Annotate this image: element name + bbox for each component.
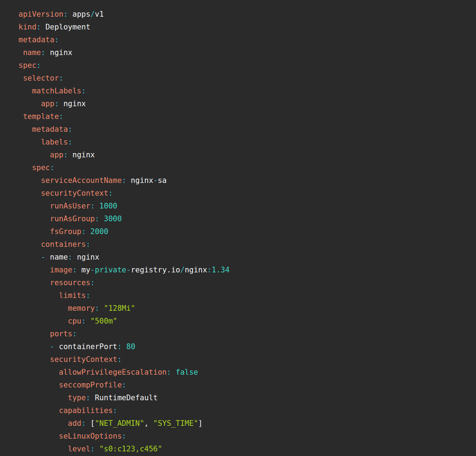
code-token: 1.34 [212, 266, 230, 274]
code-token: : [207, 266, 212, 274]
code-line: runAsGroup: 3000 [18, 212, 469, 225]
code-token: - [90, 266, 95, 274]
code-token: capabilities [59, 406, 113, 415]
code-token: : [86, 393, 91, 402]
code-token: nginx [126, 176, 153, 185]
code-line: add: ["NET_ADMIN", "SYS_TIME"] [18, 417, 469, 430]
code-token: 2000 [86, 227, 108, 236]
code-token: : [72, 266, 77, 274]
code-token: : [167, 368, 171, 376]
code-token: runAsUser [50, 202, 91, 210]
code-token: : [113, 406, 118, 415]
code-token: : [37, 23, 41, 31]
code-token: containers [41, 240, 86, 249]
code-token: : [59, 112, 64, 121]
code-line: metadata: [18, 33, 469, 46]
code-token: metadata [18, 36, 54, 44]
code-token: app [41, 99, 54, 108]
code-token: resources [50, 278, 91, 287]
code-token: : [54, 36, 59, 44]
code-token: fsGroup [50, 227, 82, 236]
code-token: seLinuxOptions [59, 432, 122, 440]
code-token: nginx [59, 99, 86, 108]
code-token: : [54, 99, 59, 108]
code-token: : [59, 74, 64, 82]
code-token: type [68, 393, 86, 402]
code-token: RuntimeDefault [90, 393, 158, 402]
code-token: : [81, 317, 86, 325]
code-line: metadata: [18, 123, 469, 136]
code-line: app: nginx [18, 148, 469, 161]
code-token: 1000 [95, 202, 117, 210]
code-token: : [72, 330, 77, 338]
code-line: memory: "128Mi" [18, 302, 469, 315]
code-token: allowPrivilegeEscalation [59, 368, 167, 376]
code-token: memory [68, 304, 95, 313]
code-line: image: my-private-registry.io/nginx:1.34 [18, 264, 469, 276]
code-line: type: RuntimeDefault [18, 391, 469, 404]
code-line: containers: [18, 238, 469, 251]
code-token: sa [158, 176, 167, 185]
code-token: serviceAccountName [41, 176, 122, 185]
code-token: level [68, 445, 90, 453]
code-token: labels [41, 138, 68, 146]
code-token: app [50, 151, 64, 159]
code-line: spec: [18, 59, 469, 72]
code-line: app: nginx [18, 97, 469, 110]
code-line: securityContext: [18, 353, 469, 366]
code-token: [ [86, 419, 95, 428]
code-token: : [37, 61, 41, 70]
code-token: add [68, 419, 81, 428]
code-token: - [153, 176, 158, 185]
code-token: : [63, 10, 68, 18]
code-token: : [95, 215, 99, 223]
code-token: : [41, 48, 45, 57]
code-token: ] [198, 419, 203, 428]
code-token: : [90, 278, 95, 287]
code-token: : [81, 227, 86, 236]
code-token: : [117, 355, 122, 364]
code-token: 3000 [99, 215, 122, 223]
yaml-code: apiVersion: apps/v1kind: Deploymentmetad… [18, 8, 469, 455]
code-line: - name: nginx [18, 251, 469, 264]
code-token: nginx [185, 266, 207, 274]
code-token: - [41, 253, 50, 261]
code-token: kind [18, 23, 37, 31]
code-token: spec [32, 163, 50, 172]
code-token: : [81, 87, 86, 95]
code-line: seLinuxOptions: [18, 430, 469, 443]
code-token: false [171, 368, 198, 376]
code-line: serviceAccountName: nginx-sa [18, 174, 469, 187]
code-line: apiVersion: apps/v1 [18, 8, 469, 21]
code-token: nginx [45, 48, 72, 57]
code-token: metadata [32, 125, 68, 134]
code-token: apps [68, 10, 90, 18]
code-line: matchLabels: [18, 85, 469, 97]
code-token: template [23, 112, 59, 121]
code-token: ports [50, 330, 72, 338]
code-token: private [95, 266, 126, 274]
code-token: name [50, 253, 68, 261]
code-line: template: [18, 110, 469, 123]
code-token: my [77, 266, 90, 274]
code-token: , [144, 419, 153, 428]
code-token: containerPort [59, 342, 117, 351]
code-line: kind: Deployment [18, 21, 469, 33]
code-token: v1 [95, 10, 104, 18]
code-line: name: nginx [18, 46, 469, 59]
code-token: selector [23, 74, 59, 82]
code-line: resources: [18, 276, 469, 289]
code-token: registry.io [131, 266, 180, 274]
code-line: fsGroup: 2000 [18, 225, 469, 238]
code-token: : [122, 176, 126, 185]
code-token: : [122, 432, 126, 440]
code-line: labels: [18, 136, 469, 148]
code-line: cpu: "500m" [18, 315, 469, 327]
code-token: securityContext [50, 355, 118, 364]
code-line: ports: [18, 327, 469, 340]
code-token: : [81, 419, 86, 428]
code-token: : [63, 151, 68, 159]
code-snippet-background: apiVersion: apps/v1kind: Deploymentmetad… [0, 0, 476, 456]
code-line: runAsUser: 1000 [18, 200, 469, 212]
code-token: image [50, 266, 72, 274]
